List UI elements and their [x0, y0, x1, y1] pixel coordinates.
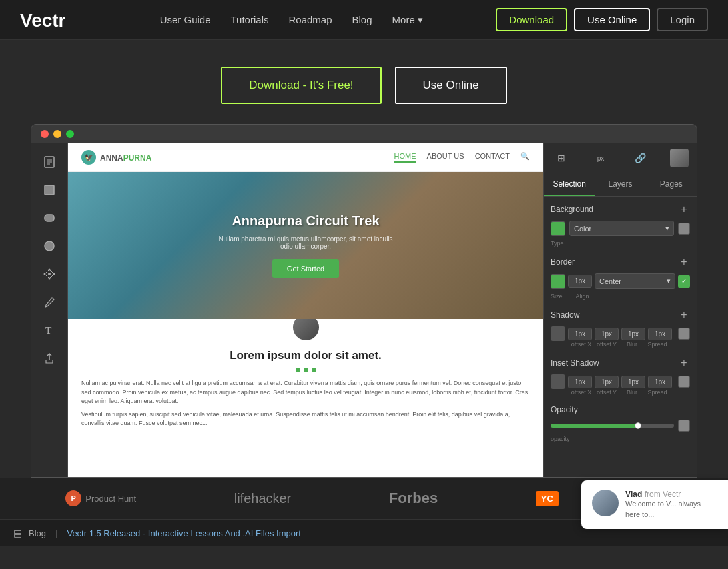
- shadow-offset-x-input[interactable]: [568, 328, 592, 340]
- panel-user-avatar[interactable]: [670, 149, 689, 167]
- site-logo-text: ANNAPURNA: [100, 153, 151, 163]
- panel-grid-icon[interactable]: ⊞: [552, 149, 571, 167]
- opacity-extra[interactable]: [678, 420, 690, 432]
- svg-point-11: [49, 278, 51, 280]
- nav-roadmap[interactable]: Roadmap: [288, 14, 332, 25]
- nav-more-button[interactable]: More ▾: [392, 14, 423, 26]
- background-add-button[interactable]: +: [678, 203, 690, 215]
- panel-link-icon[interactable]: 🔗: [631, 149, 649, 167]
- section-shadow: Shadow +: [551, 309, 690, 348]
- window-maximize-dot[interactable]: [66, 130, 74, 138]
- shadow-row: [551, 326, 690, 341]
- section-inset-shadow-header: Inset Shadow +: [551, 357, 690, 369]
- background-type-dropdown[interactable]: Color ▾: [569, 221, 674, 236]
- svg-text:T: T: [45, 326, 52, 336]
- left-toolbar: T: [31, 143, 68, 477]
- canvas-mockup: 🦅 ANNAPURNA HOME ABOUT US CONTACT 🔍: [68, 143, 543, 477]
- tool-square-icon[interactable]: [37, 178, 61, 202]
- background-extra-swatch[interactable]: [678, 223, 690, 235]
- shadow-label: Shadow: [551, 310, 579, 320]
- hero-online-button[interactable]: Use Online: [395, 67, 507, 104]
- window-minimize-dot[interactable]: [53, 130, 61, 138]
- shadow-blur-input[interactable]: [621, 328, 645, 340]
- section-background: Background + Color ▾ Type: [551, 203, 690, 247]
- shadow-color-swatch[interactable]: [551, 326, 565, 341]
- panel-tabs: Selection Layers Pages: [544, 173, 697, 197]
- border-size-input[interactable]: 1px: [568, 275, 592, 288]
- panel-px-icon[interactable]: px: [591, 149, 610, 167]
- inset-spread-input[interactable]: [648, 376, 672, 388]
- site-nav-links: HOME ABOUT US CONTACT 🔍: [394, 152, 530, 163]
- tool-pencil-icon[interactable]: [37, 290, 61, 314]
- search-icon[interactable]: 🔍: [520, 152, 530, 163]
- chat-widget[interactable]: Vlad from Vectr Welcome to V... always h…: [581, 480, 728, 529]
- window-titlebar: [31, 125, 697, 143]
- site-nav-home[interactable]: HOME: [394, 152, 416, 163]
- opacity-value-label: opacity: [551, 436, 570, 442]
- tool-rounded-rect-icon[interactable]: [37, 206, 61, 230]
- tool-document-icon[interactable]: [37, 150, 61, 174]
- nav-login-button[interactable]: Login: [657, 8, 708, 31]
- nav-use-online-button[interactable]: Use Online: [574, 8, 650, 31]
- inset-offset-y-input[interactable]: [595, 376, 619, 388]
- tool-upload-icon[interactable]: [37, 346, 61, 370]
- border-add-button[interactable]: +: [678, 256, 690, 268]
- inset-shadow-add-button[interactable]: +: [678, 357, 690, 369]
- border-color-swatch[interactable]: [551, 274, 565, 289]
- site-indicators: [81, 368, 530, 372]
- canvas-area: 🦅 ANNAPURNA HOME ABOUT US CONTACT 🔍: [68, 143, 543, 477]
- shadow-offset-y-input[interactable]: [595, 328, 619, 340]
- nav-user-guide[interactable]: User Guide: [160, 14, 211, 25]
- tab-layers[interactable]: Layers: [595, 173, 645, 196]
- dot-2[interactable]: [304, 368, 308, 372]
- tool-text-icon[interactable]: T: [37, 318, 61, 342]
- site-hero-title: Annapurna Circuit Trek: [232, 213, 379, 229]
- site-content: Lorem ipsum dolor sit amet. Nullam ac pu…: [68, 319, 543, 446]
- shadow-add-button[interactable]: +: [678, 309, 690, 321]
- dot-3[interactable]: [312, 368, 316, 372]
- opacity-handle[interactable]: [635, 422, 641, 429]
- site-logo-icon: 🦅: [81, 150, 96, 165]
- product-hunt-label: Product Hunt: [85, 494, 136, 504]
- inset-shadow-labels: offset X offset Y Blur Spread: [569, 389, 690, 396]
- svg-text:Vectr: Vectr: [20, 10, 66, 31]
- background-color-swatch[interactable]: [551, 221, 565, 236]
- inset-offset-y-label: offset Y: [595, 389, 619, 396]
- site-get-started-button[interactable]: Get Started: [272, 259, 339, 278]
- inset-shadow-color-swatch[interactable]: [551, 374, 565, 389]
- border-align-dropdown[interactable]: Center ▾: [595, 273, 675, 289]
- app-body: T 🦅 ANNAPURNA HOME: [31, 143, 697, 477]
- blog-icon: ▤: [13, 528, 22, 538]
- site-profile: [81, 332, 530, 342]
- site-hero-subtitle: Nullam pharetra mi quis metus ullamcorpe…: [212, 235, 399, 250]
- nav-tutorials[interactable]: Tutorials: [231, 14, 269, 25]
- dot-1[interactable]: [296, 368, 300, 372]
- nav-download-button[interactable]: Download: [496, 8, 567, 31]
- footer-blog-label: Blog: [29, 528, 46, 538]
- tool-circle-icon[interactable]: [37, 234, 61, 258]
- site-paragraph-1: Nullam ac pulvinar erat. Nulla nec velit…: [81, 379, 530, 406]
- inset-extra[interactable]: [678, 376, 690, 388]
- background-type-label: Type: [551, 240, 690, 247]
- inset-shadow-row: [551, 374, 690, 389]
- border-checkbox[interactable]: ✓: [678, 275, 690, 288]
- site-nav-contact[interactable]: CONTACT: [475, 152, 510, 163]
- brand-lifehacker: lifehacker: [234, 491, 292, 506]
- tab-selection[interactable]: Selection: [544, 173, 595, 196]
- chat-message: Welcome to V... always here to...: [625, 499, 717, 520]
- inset-blur-input[interactable]: [621, 376, 645, 388]
- tab-pages[interactable]: Pages: [646, 173, 697, 196]
- opacity-slider[interactable]: [551, 424, 674, 428]
- tool-pen-icon[interactable]: [37, 262, 61, 286]
- nav-blog[interactable]: Blog: [352, 14, 372, 25]
- hero-download-button[interactable]: Download - It's Free!: [221, 67, 381, 104]
- site-text-content: Nullam ac pulvinar erat. Nulla nec velit…: [81, 379, 530, 428]
- shadow-extra[interactable]: [678, 328, 690, 340]
- footer-news-link[interactable]: Vectr 1.5 Released - Interactive Lessons…: [67, 528, 300, 538]
- inset-offset-x-input[interactable]: [568, 376, 592, 388]
- shadow-spread-input[interactable]: [648, 328, 672, 340]
- inset-blur-label: Blur: [620, 389, 644, 396]
- site-nav-about[interactable]: ABOUT US: [427, 152, 464, 163]
- window-close-dot[interactable]: [41, 130, 49, 138]
- logo: Vectr: [20, 8, 87, 32]
